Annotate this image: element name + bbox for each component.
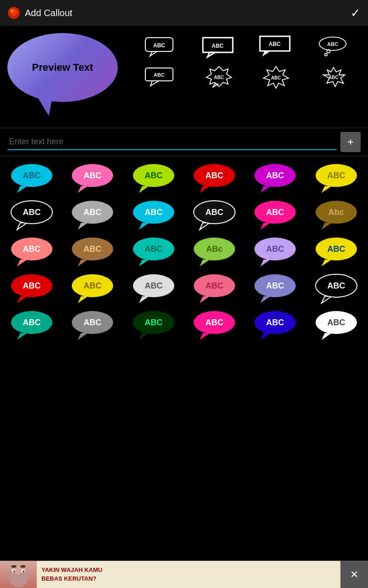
svg-point-120 [13, 571, 15, 572]
svg-marker-72 [260, 260, 270, 266]
svg-text:ABC: ABC [144, 171, 162, 180]
svg-text:ABc: ABc [206, 244, 223, 254]
bubble-shape: Preview Text [7, 33, 118, 102]
svg-marker-108 [260, 333, 270, 340]
svg-text:ABC: ABC [84, 318, 102, 327]
text-input[interactable] [7, 134, 337, 150]
svg-text:ABC: ABC [84, 244, 102, 254]
svg-marker-87 [200, 296, 210, 303]
sticker-item-2[interactable]: ABC [64, 162, 121, 194]
callout-style-2[interactable]: ABC [192, 33, 247, 61]
sticker-item-7[interactable]: ABC [4, 198, 60, 231]
svg-text:ABC: ABC [327, 41, 338, 47]
app-logo-icon [7, 6, 20, 19]
svg-text:Abc: Abc [328, 208, 344, 217]
svg-point-115 [10, 561, 27, 574]
sticker-item-1[interactable]: ABC [4, 162, 60, 194]
sticker-item-29[interactable]: ABC [247, 309, 303, 341]
svg-marker-33 [200, 186, 210, 193]
svg-text:ABC: ABC [23, 244, 41, 254]
svg-marker-75 [322, 260, 332, 266]
ad-text-line2: BEBAS KERUTAN? [41, 575, 102, 583]
sticker-item-30[interactable]: ABC [308, 309, 364, 341]
callout-style-grid: ABC ABC ABC ABC [134, 33, 361, 91]
svg-marker-90 [260, 296, 270, 303]
sticker-item-15[interactable]: ABC [126, 235, 182, 267]
svg-text:ABC: ABC [266, 318, 284, 327]
confirm-button[interactable]: ✓ [351, 6, 361, 20]
sticker-item-3[interactable]: ABC [126, 162, 182, 194]
svg-point-117 [20, 565, 26, 568]
svg-text:ABC: ABC [328, 75, 339, 80]
sticker-item-8[interactable]: ABC [64, 198, 121, 231]
svg-marker-102 [139, 333, 149, 340]
sticker-item-25[interactable]: ABC [4, 309, 60, 341]
svg-point-1 [10, 9, 14, 13]
svg-text:ABC: ABC [327, 281, 345, 290]
sticker-item-14[interactable]: ABC [64, 235, 121, 267]
sticker-item-11[interactable]: ABC [247, 198, 303, 231]
callout-style-5[interactable]: ABC [134, 63, 189, 91]
callout-style-6[interactable]: ABC [192, 63, 247, 91]
callout-style-8[interactable]: ABC [306, 63, 361, 91]
svg-text:ABC: ABC [214, 75, 224, 80]
sticker-item-20[interactable]: ABC [64, 272, 121, 304]
svg-text:ABC: ABC [154, 72, 165, 78]
svg-marker-81 [78, 296, 88, 303]
svg-text:ABC: ABC [269, 41, 281, 47]
sticker-item-9[interactable]: ABC [126, 198, 182, 231]
svg-marker-16 [150, 81, 159, 86]
svg-text:ABC: ABC [144, 318, 162, 327]
svg-text:ABC: ABC [266, 208, 284, 217]
svg-point-13 [325, 53, 327, 56]
svg-text:ABC: ABC [266, 171, 284, 180]
svg-text:ABC: ABC [206, 281, 224, 290]
sticker-item-13[interactable]: ABC [4, 235, 60, 267]
sticker-item-12[interactable]: Abc [308, 198, 364, 231]
preview-text: Preview Text [32, 62, 93, 74]
ad-close-button[interactable]: ✕ [340, 561, 368, 588]
sticker-item-21[interactable]: ABC [126, 272, 182, 304]
svg-text:ABC: ABC [84, 281, 102, 290]
sticker-item-17[interactable]: ABC [247, 235, 303, 267]
callout-style-1[interactable]: ABC [134, 33, 189, 61]
svg-text:ABC: ABC [206, 171, 224, 180]
callout-style-3[interactable]: ABC [249, 33, 304, 61]
sticker-item-5[interactable]: ABC [247, 162, 303, 194]
sticker-item-6[interactable]: ABC [308, 162, 364, 194]
svg-marker-105 [200, 333, 210, 340]
sticker-item-22[interactable]: ABC [186, 272, 242, 304]
svg-marker-36 [260, 186, 270, 193]
sticker-item-28[interactable]: ABC [186, 309, 242, 341]
svg-text:ABC: ABC [23, 281, 41, 290]
svg-marker-48 [139, 223, 149, 230]
callout-style-7[interactable]: ABC [249, 63, 304, 91]
svg-marker-96 [17, 333, 27, 340]
svg-text:ABC: ABC [84, 208, 102, 217]
svg-marker-54 [260, 223, 270, 230]
sticker-item-23[interactable]: ABC [247, 272, 303, 304]
svg-marker-39 [322, 186, 332, 193]
svg-text:ABC: ABC [153, 42, 165, 49]
svg-text:ABC: ABC [144, 281, 162, 290]
sticker-item-24[interactable]: ABC [308, 272, 364, 304]
callout-style-4[interactable]: ABC [306, 33, 361, 61]
sticker-item-16[interactable]: ABc [186, 235, 242, 267]
svg-marker-19 [213, 84, 218, 87]
sticker-item-27[interactable]: ABC [126, 309, 182, 341]
svg-text:ABC: ABC [144, 244, 162, 254]
svg-marker-60 [17, 260, 27, 266]
preview-area: Preview Text ABC ABC ABC [0, 26, 368, 128]
sticker-grid: ABCABCABCABCABCABCABCABCABCABCABCAbcABCA… [0, 156, 368, 346]
sticker-item-18[interactable]: ABC [308, 235, 364, 267]
sticker-item-19[interactable]: ABC [4, 272, 60, 304]
svg-text:ABC: ABC [23, 171, 41, 180]
sticker-item-26[interactable]: ABC [64, 309, 121, 341]
svg-marker-63 [78, 260, 88, 266]
add-button[interactable]: + [340, 132, 361, 152]
svg-text:ABC: ABC [327, 171, 345, 180]
sticker-item-10[interactable]: ABC [186, 198, 242, 231]
sticker-item-4[interactable]: ABC [186, 162, 242, 194]
svg-text:ABC: ABC [206, 318, 224, 327]
svg-marker-27 [78, 186, 88, 193]
